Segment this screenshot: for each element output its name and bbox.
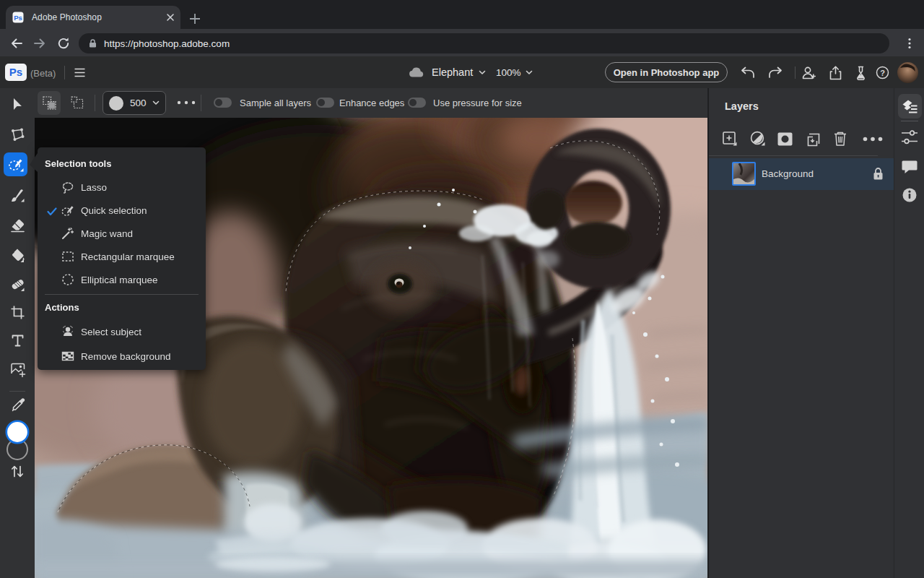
svg-text:Ps: Ps [14,14,22,22]
svg-text:?: ? [880,69,885,77]
